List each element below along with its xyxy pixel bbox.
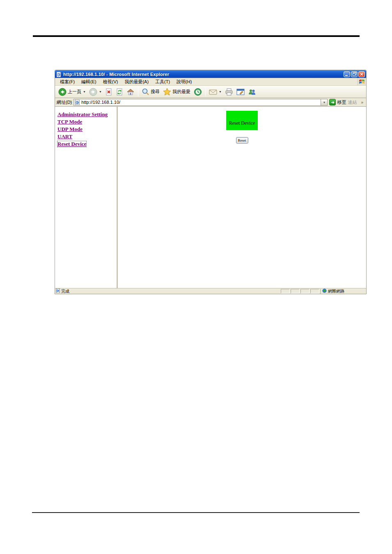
status-segment [310,289,319,293]
stop-icon [105,88,112,96]
links-chevron-icon[interactable]: » [358,100,364,105]
toolbar-separator [205,87,206,96]
menu-tools[interactable]: 工具(T) [152,78,173,86]
menu-bar: 檔案(F) 編輯(E) 檢視(V) 我的最愛(A) 工具(T) 說明(H) [55,78,366,86]
edit-icon [236,89,245,95]
toolbar: 上一頁 ▼ ▼ 搜尋 我的最愛 [55,86,366,98]
messenger-button[interactable] [246,87,258,96]
mail-dropdown-icon[interactable]: ▼ [219,90,222,93]
menu-help[interactable]: 說明(H) [173,78,195,86]
back-icon [58,88,66,96]
home-button[interactable] [125,87,136,96]
document-page: http://192.168.1.10/ - Microsoft Interne… [0,0,392,554]
status-segment [281,289,290,293]
internet-zone-label: 網際網路 [328,288,344,294]
address-url: http://192.168.1.10/ [81,100,321,105]
address-label: 網址(D) [57,99,72,105]
nav-link-uart[interactable]: UART [57,134,72,140]
menu-view[interactable]: 檢視(V) [100,78,121,86]
title-bar[interactable]: http://192.168.1.10/ - Microsoft Interne… [55,70,366,78]
status-text: 完成 [61,288,69,294]
nav-link-tcp-mode[interactable]: TCP Mode [57,119,82,125]
navigation-frame: Administrator Setting TCP Mode UDP Mode … [55,107,118,288]
mail-button[interactable]: ▼ [207,88,223,96]
forward-button[interactable]: ▼ [87,87,103,97]
history-button[interactable] [192,87,204,97]
minimize-button[interactable] [344,71,350,77]
forward-dropdown-icon[interactable]: ▼ [99,90,102,93]
internet-zone-globe-icon [322,288,327,294]
ie-browser-window: http://192.168.1.10/ - Microsoft Interne… [55,70,367,294]
refresh-button[interactable] [114,87,125,96]
window-title: http://192.168.1.10/ - Microsoft Interne… [63,72,344,77]
favorites-star-icon [163,88,171,96]
bottom-horizontal-rule [32,512,360,513]
favorites-button[interactable]: 我的最愛 [161,87,192,96]
nav-link-udp-mode[interactable]: UDP Mode [57,126,83,132]
go-label: 移至 [337,99,346,105]
go-button[interactable]: ➜ 移至 [329,99,346,105]
print-icon [225,88,233,96]
reset-device-banner: Reset Device [226,111,258,130]
status-bar: 完成 網際網路 [55,288,366,294]
main-frame: Reset Device Reset [118,107,366,288]
status-page-icon [56,288,60,294]
menu-edit[interactable]: 編輯(E) [78,78,100,86]
go-arrow-icon: ➜ [329,99,336,105]
edit-button[interactable] [235,88,246,96]
windows-logo-icon [357,78,366,85]
back-button[interactable]: 上一頁 ▼ [57,87,87,97]
back-label: 上一頁 [68,89,81,95]
forward-icon [89,88,97,96]
menu-file[interactable]: 檔案(F) [57,78,78,86]
top-horizontal-rule [33,35,360,37]
links-label[interactable]: 連結 [348,99,357,105]
back-dropdown-icon[interactable]: ▼ [83,90,86,93]
search-label: 搜尋 [151,89,160,95]
stop-button[interactable] [103,87,114,96]
messenger-icon [248,88,256,96]
ie-page-icon [56,71,62,77]
address-input[interactable]: http://192.168.1.10/ ▼ [73,99,328,106]
search-icon [142,88,149,96]
status-segment [300,289,309,293]
nav-link-reset-device[interactable]: Reset Device [57,141,86,147]
print-button[interactable] [223,87,235,96]
refresh-icon [116,88,123,96]
toolbar-separator [138,87,138,96]
home-icon [126,88,135,96]
favorites-label: 我的最愛 [172,89,190,95]
history-icon [194,88,202,96]
page-favicon [75,100,80,105]
mail-icon [209,89,217,95]
restore-button[interactable] [351,71,358,77]
status-segment [291,289,300,293]
page-content: Administrator Setting TCP Mode UDP Mode … [55,107,366,288]
search-button[interactable]: 搜尋 [140,87,161,96]
reset-button[interactable]: Reset [236,137,248,144]
close-button[interactable] [358,71,365,77]
menu-favorites[interactable]: 我的最愛(A) [121,78,152,86]
nav-link-administrator-setting[interactable]: Administrator Setting [57,112,108,117]
address-dropdown-icon[interactable]: ▼ [321,99,327,105]
address-bar: 網址(D) http://192.168.1.10/ ▼ ➜ 移至 連結 » [55,98,366,107]
